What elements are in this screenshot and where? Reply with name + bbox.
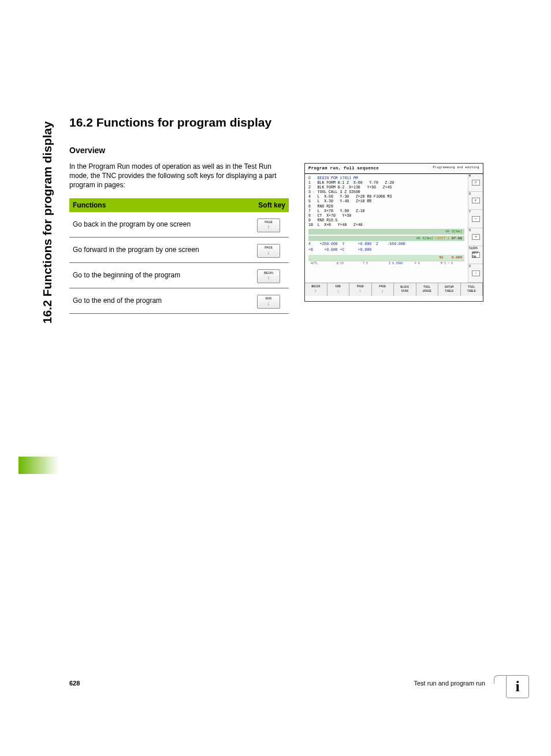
th-functions: Functions [69, 198, 248, 212]
program-line: 5 L X-30 Y-40 Z+10 RR [308, 199, 464, 204]
program-line: 7 L X+70 Y-60 Z-10 [308, 209, 464, 214]
softkey-page-up[interactable]: PAGE↑ [257, 218, 280, 232]
program-line: 6 RND R20 [308, 205, 464, 209]
position-row-2: +B +0.000 +C +0.000 [308, 248, 464, 253]
intro-paragraph: In the Program Run modes of operation as… [69, 162, 289, 190]
program-line: 4 L X-50 Y-30 Z+20 R0 F1000 M3 [308, 195, 464, 199]
arrow-icon: ↓ [337, 289, 340, 294]
side-button-label: S [469, 229, 471, 232]
arrow-up-icon: ↑ [267, 224, 270, 230]
screen-softkey[interactable]: PAGE↑ [349, 283, 372, 296]
program-line: 1 BLK FORM 0.1 Z X-60 Y-70 Z-20 [308, 181, 464, 186]
side-button-label: S [469, 192, 471, 196]
program-line: 3 TOOL CALL 3 Z S3500 [308, 190, 464, 195]
screen-softkey[interactable]: BLOCKSCAN [394, 283, 416, 296]
screen-softkey[interactable]: END↓ [327, 283, 350, 296]
softkey-begin-up[interactable]: BEGIN↑ [257, 269, 280, 283]
side-button-icon: ↔ [472, 216, 480, 222]
softkey-page-down[interactable]: PAGE↓ [257, 244, 280, 258]
arrow-down-icon: ↓ [267, 300, 270, 306]
softkey-end-down[interactable]: END↓ [257, 295, 280, 309]
program-line: 9 RND R16.5 [308, 218, 464, 223]
softkey-cell: PAGE↑ [248, 212, 289, 238]
screen-softkey[interactable]: TOOLUSAGE [416, 283, 439, 296]
side-button-label: M [469, 175, 471, 178]
side-button-label: S [469, 265, 471, 268]
screen-softkey-bar: BEGIN↑END↓PAGE↑PAGE↓BLOCKSCANTOOLUSAGEDA… [305, 283, 483, 296]
side-button[interactable]: M▭ [468, 174, 483, 192]
table-row: Go forward in the program by one screenP… [69, 237, 289, 262]
page-number: 628 [69, 680, 80, 687]
side-button-icon: ＋ [472, 234, 480, 240]
status-bar-1: 0% S[Nm] [308, 229, 464, 235]
side-button-icon: ▭ [472, 180, 480, 186]
screen-mode-title: Program run, full sequence [308, 166, 379, 171]
chapter-title: Test run and program run [414, 680, 485, 687]
arrow-icon: ↓ [381, 289, 384, 294]
tnc-screenshot: Program run, full sequence Programming a… [304, 163, 483, 302]
side-running-title: 16.2 Functions for program display [40, 121, 54, 324]
side-tab-decoration [18, 457, 59, 474]
side-button-label: S100% [469, 247, 478, 250]
screen-header: Program run, full sequence Programming a… [305, 164, 483, 174]
functions-table: Functions Soft key Go back in the progra… [69, 198, 289, 314]
table-row: Go to the beginning of the programBEGIN↑ [69, 262, 289, 288]
side-button[interactable]: S⇕ [468, 192, 483, 210]
side-button-icon: OFF ON [472, 252, 480, 258]
screen-softkey[interactable]: PAGE↓ [372, 283, 394, 296]
page-footer: 628 Test run and program run [69, 680, 485, 687]
spindle-row: S1 0.000 [308, 255, 464, 261]
softkey-cell: PAGE↓ [248, 237, 289, 262]
page-heading: 16.2 Functions for program display [69, 116, 485, 129]
screen-softkey[interactable]: TOOLTABLE [461, 283, 483, 296]
mini-status-bar: ACTL. @:15 T 5 Z S 2500 F 0 M 5 / 9 [308, 261, 464, 266]
program-line: 0 BEGIN PGM 17011 MM [308, 176, 464, 181]
th-softkey: Soft key [248, 198, 289, 212]
softkey-cell: END↓ [248, 288, 289, 313]
screen-mode-right: Programming and editing [433, 166, 479, 171]
program-line: 10 L X+0 Y+40 Z+40 [308, 223, 464, 228]
program-line: 8 CT X+70 Y+30 [308, 214, 464, 218]
info-icon: i [506, 675, 529, 698]
side-button-label: T [469, 210, 471, 214]
table-row: Go to the end of the programEND↓ [69, 288, 289, 313]
side-button-icon: － [472, 270, 480, 276]
function-description: Go back in the program by one screen [69, 212, 248, 238]
screen-softkey[interactable]: BEGIN↑ [305, 283, 327, 296]
side-button[interactable]: S100%OFF ON [468, 246, 483, 264]
arrow-icon: ↑ [359, 289, 362, 294]
function-description: Go forward in the program by one screen [69, 237, 248, 262]
side-button[interactable]: S－ [468, 264, 483, 282]
program-line: 2 BLK FORM 0.2 X+130 Y+50 Z+45 [308, 186, 464, 190]
arrow-icon: ↑ [314, 289, 317, 294]
status-bar-2: 0% S[Nm] LIMIT 1 07:06 [308, 236, 464, 242]
arrow-down-icon: ↓ [267, 249, 270, 255]
table-row: Go back in the program by one screenPAGE… [69, 212, 289, 238]
softkey-cell: BEGIN↑ [248, 262, 289, 288]
position-row-1: X +250.000 Y +0.000 Z -560.000 [308, 242, 464, 247]
screen-main-area: 0 BEGIN PGM 17011 MM1 BLK FORM 0.1 Z X-6… [305, 174, 468, 283]
function-description: Go to the beginning of the program [69, 262, 248, 288]
side-button-icon: ⇕ [472, 198, 480, 203]
screen-right-sidebar: M▭S⇕T↔S＋S100%OFF ONS－ [468, 174, 483, 283]
arrow-up-icon: ↑ [267, 275, 270, 281]
side-button[interactable]: S＋ [468, 228, 483, 246]
section-subheading: Overview [69, 146, 485, 155]
screen-softkey[interactable]: DATUMTABLE [438, 283, 461, 296]
function-description: Go to the end of the program [69, 288, 248, 313]
side-button[interactable]: T↔ [468, 210, 483, 228]
